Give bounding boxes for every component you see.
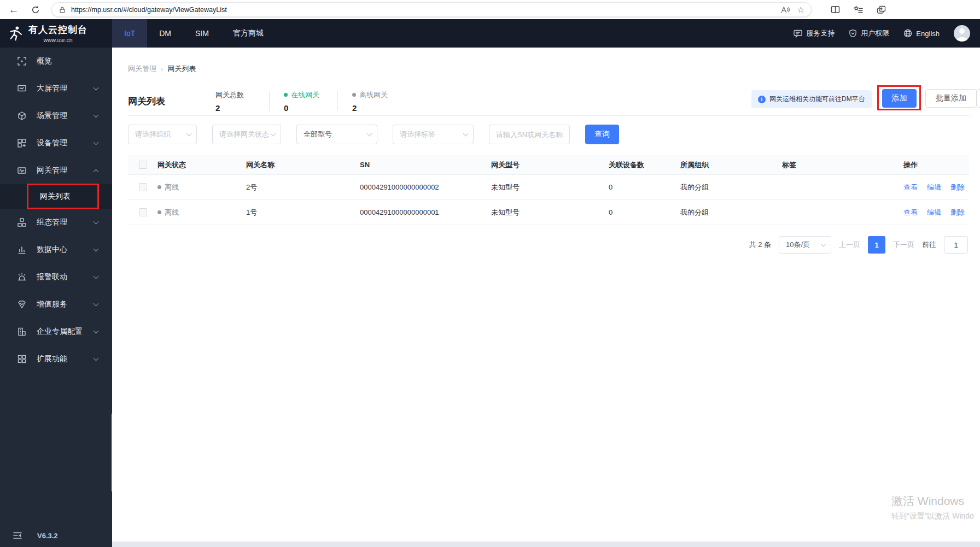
stat-offline: 离线网关 2 [352, 90, 392, 113]
favorite-star-icon[interactable]: ☆ [797, 5, 804, 15]
service-support-button[interactable]: 服务支持 [794, 28, 835, 38]
gateway-model: 未知型号 [491, 208, 609, 217]
dm-platform-notice: i 网关运维相关功能可前往DM平台 [751, 90, 872, 108]
device-count: 0 [609, 208, 680, 216]
bottom-scrollbar-track[interactable] [112, 542, 980, 547]
tab-dm[interactable]: DM [147, 19, 183, 48]
edit-link[interactable]: 编辑 [927, 183, 941, 192]
browser-back-icon[interactable]: ← [8, 4, 20, 16]
sidebar-item-value-added[interactable]: 增值服务 [0, 291, 112, 318]
page: ← https://mp.usr.cn/#/cloud/gateway/View… [0, 0, 980, 547]
pagination: 共 2 条 10条/页 上一页 1 下一页 前往 [128, 236, 969, 254]
watermark-line2: 转到“设置”以激活 Windo [891, 511, 974, 521]
status-text: 离线 [165, 208, 179, 217]
stat-total: 网关总数 2 [215, 90, 255, 113]
sidebar-item-scene[interactable]: 场景管理 [0, 102, 112, 130]
current-page-button[interactable]: 1 [868, 236, 885, 254]
col-devices: 关联设备数 [609, 160, 680, 170]
chevron-down-icon [463, 131, 469, 137]
chevron-down-icon [94, 140, 99, 145]
sn-search-input[interactable] [489, 125, 570, 144]
page-size-select[interactable]: 10条/页 [779, 236, 831, 254]
col-actions: 操作 [903, 160, 969, 170]
gateway-sn: 00004291000000000002 [360, 183, 491, 191]
chevron-down-icon [186, 131, 192, 137]
batch-add-button[interactable]: 批量添加 [925, 89, 977, 108]
tag-select-placeholder: 请选择标签 [400, 130, 435, 139]
user-permission-button[interactable]: 用户权限 [849, 28, 889, 38]
sidebar-label: 企业专属配置 [37, 327, 83, 337]
tab-mall[interactable]: 官方商城 [221, 19, 276, 48]
col-org: 所属组织 [680, 160, 782, 170]
breadcrumb: 网关管理 › 网关列表 [128, 64, 969, 74]
language-label: English [916, 30, 940, 38]
globe-icon [903, 29, 912, 38]
sidebar-item-enterprise[interactable]: 企业专属配置 [0, 318, 112, 345]
col-tags: 标签 [782, 160, 903, 170]
tab-sim[interactable]: SIM [183, 19, 221, 48]
edit-link[interactable]: 编辑 [927, 208, 941, 217]
sidebar-collapse-icon[interactable] [13, 532, 22, 539]
overview-icon [18, 57, 27, 66]
view-link[interactable]: 查看 [903, 183, 918, 192]
browser-refresh-icon[interactable] [30, 4, 42, 16]
breadcrumb-current: 网关列表 [167, 64, 196, 74]
delete-link[interactable]: 删除 [950, 183, 965, 192]
sidebar-item-device[interactable]: 设备管理 [0, 130, 112, 157]
chevron-up-icon [94, 169, 99, 175]
prev-page-button[interactable]: 上一页 [839, 240, 860, 250]
device-count: 0 [609, 183, 680, 191]
breadcrumb-parent[interactable]: 网关管理 [128, 64, 156, 74]
service-support-label: 服务支持 [806, 28, 835, 38]
sidebar-item-datacenter[interactable]: 数据中心 [0, 236, 112, 263]
sidebar-label: 网关管理 [37, 166, 67, 175]
tab-iot[interactable]: IoT [112, 19, 147, 48]
row-checkbox[interactable] [139, 208, 147, 216]
clipped-edge-button[interactable] [977, 89, 980, 108]
gateway-icon [18, 166, 27, 175]
tag-select[interactable]: 请选择标签 [393, 125, 474, 144]
address-bar[interactable]: https://mp.usr.cn/#/cloud/gateway/ViewGa… [51, 2, 812, 17]
goto-page-input[interactable] [944, 236, 968, 254]
language-button[interactable]: English [903, 29, 940, 38]
extension-icon [18, 355, 27, 364]
gateway-table: 网关状态 网关名称 SN 网关型号 关联设备数 所属组织 标签 操作 离线 2号… [128, 155, 969, 225]
delete-link[interactable]: 删除 [950, 208, 965, 217]
app-logo[interactable]: 有人云控制台 www.usr.cn [0, 19, 112, 48]
user-avatar[interactable] [954, 25, 970, 42]
sidebar-item-gateway[interactable]: 网关管理 [0, 157, 112, 184]
chevron-down-icon [94, 246, 99, 252]
sidebar-item-overview[interactable]: 概览 [0, 48, 112, 75]
value-icon [18, 300, 27, 309]
org-select[interactable]: 请选择组织 [128, 125, 197, 144]
gateway-status-select[interactable]: 请选择网关状态 [212, 125, 281, 144]
chevron-down-icon [94, 219, 99, 225]
sidebar-item-extensions[interactable]: 扩展功能 [0, 345, 112, 373]
select-all-checkbox[interactable] [139, 161, 147, 169]
notice-text: 网关运维相关功能可前往DM平台 [769, 95, 865, 104]
config-icon [18, 218, 27, 227]
collections-add-icon[interactable] [875, 4, 887, 16]
next-page-button[interactable]: 下一页 [893, 240, 914, 250]
read-aloud-icon[interactable] [780, 5, 790, 14]
query-button[interactable]: 查询 [585, 125, 619, 144]
url-text[interactable]: https://mp.usr.cn/#/cloud/gateway/ViewGa… [71, 6, 775, 14]
logo-subtitle: www.usr.cn [28, 37, 88, 43]
view-link[interactable]: 查看 [903, 208, 918, 217]
sidebar-item-configuration[interactable]: 组态管理 [0, 209, 112, 236]
sidebar-item-alarm[interactable]: 报警联动 [0, 263, 112, 291]
top-nav-tabs: IoT DM SIM 官方商城 [112, 19, 276, 48]
sidebar-label: 扩展功能 [37, 354, 67, 364]
favorites-bar-icon[interactable] [852, 4, 864, 16]
offline-dot [352, 93, 356, 97]
sidebar-label: 报警联动 [37, 272, 67, 282]
col-name: 网关名称 [246, 160, 360, 170]
sidebar-label: 数据中心 [37, 245, 67, 255]
row-checkbox[interactable] [139, 183, 147, 191]
app-header: 有人云控制台 www.usr.cn IoT DM SIM 官方商城 服务支持 用… [0, 19, 980, 48]
sidebar-item-bigscreen[interactable]: 大屏管理 [0, 75, 112, 102]
model-select[interactable]: 全部型号 [296, 125, 377, 144]
gateway-stats: 网关总数 2 在线网关 0 离线网关 2 [215, 90, 392, 113]
split-screen-icon[interactable] [829, 4, 841, 16]
device-icon [18, 139, 27, 148]
